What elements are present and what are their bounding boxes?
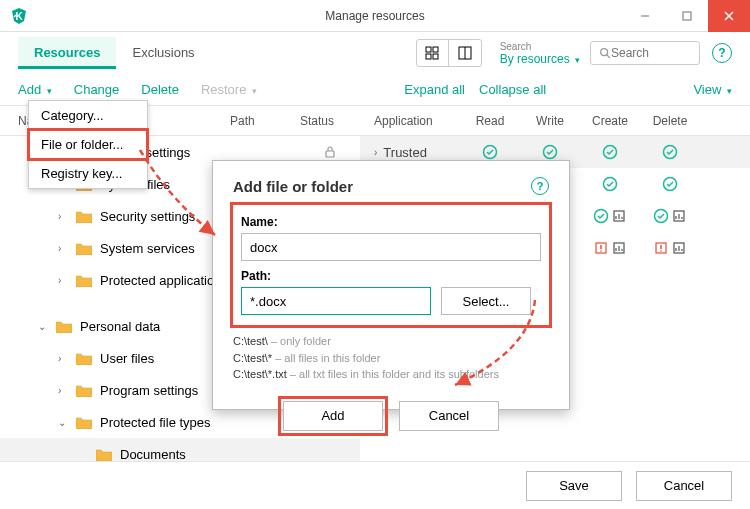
add-file-or-folder-dialog: Add file or folder ? Name: Path: Select.… — [212, 160, 570, 410]
add-menu: Category... File or folder... Registry k… — [28, 100, 148, 189]
dialog-add-button[interactable]: Add — [283, 401, 383, 431]
col-create: Create — [580, 114, 640, 128]
perm-create[interactable] — [580, 144, 640, 160]
search-label: Search — [500, 41, 574, 52]
change-button[interactable]: Change — [74, 82, 120, 97]
col-write: Write — [520, 114, 580, 128]
view-mode-split[interactable] — [449, 40, 481, 66]
perm-read[interactable] — [460, 144, 520, 160]
toolbar-tabs: Resources Exclusions Search By resources… — [0, 32, 750, 74]
col-application: Application — [360, 114, 460, 128]
search-box[interactable] — [590, 41, 700, 65]
maximize-button[interactable] — [666, 0, 708, 32]
dialog-help-button[interactable]: ? — [531, 177, 549, 195]
add-menu-file-or-folder[interactable]: File or folder... — [29, 130, 147, 159]
add-menu-registry-key[interactable]: Registry key... — [29, 159, 147, 188]
bottom-bar: Save Cancel — [0, 461, 750, 509]
view-dropdown[interactable]: View ▾ — [693, 82, 732, 97]
app-logo: K — [10, 7, 28, 25]
perm-delete[interactable] — [640, 240, 700, 256]
perm-delete[interactable] — [640, 144, 700, 160]
help-button[interactable]: ? — [712, 43, 732, 63]
dialog-cancel-button[interactable]: Cancel — [399, 401, 499, 431]
cancel-button[interactable]: Cancel — [636, 471, 732, 501]
path-input[interactable] — [241, 287, 431, 315]
save-button[interactable]: Save — [526, 471, 622, 501]
delete-button[interactable]: Delete — [141, 82, 179, 97]
expand-all-button[interactable]: Expand all — [404, 82, 465, 97]
minimize-button[interactable] — [624, 0, 666, 32]
window-title: Manage resources — [325, 9, 424, 23]
perm-delete[interactable] — [640, 208, 700, 224]
perm-delete[interactable] — [640, 176, 700, 192]
name-label: Name: — [241, 215, 541, 229]
titlebar: K Manage resources — [0, 0, 750, 32]
path-label: Path: — [241, 269, 541, 283]
name-input[interactable] — [241, 233, 541, 261]
col-status: Status — [300, 114, 360, 128]
app-group-trusted[interactable]: ›Trusted — [360, 145, 460, 160]
perm-create[interactable] — [580, 176, 640, 192]
svg-text:K: K — [15, 11, 23, 22]
lock-icon — [322, 144, 338, 160]
col-read: Read — [460, 114, 520, 128]
search-mode-dropdown[interactable]: By resources ▾ — [500, 52, 580, 66]
col-path: Path — [230, 114, 300, 128]
close-button[interactable] — [708, 0, 750, 32]
tab-exclusions[interactable]: Exclusions — [116, 37, 210, 69]
svg-rect-16 — [683, 12, 691, 20]
perm-create[interactable] — [580, 208, 640, 224]
add-dropdown[interactable]: Add ▾ — [18, 82, 52, 97]
restore-dropdown: Restore ▾ — [201, 82, 257, 97]
collapse-all-button[interactable]: Collapse all — [479, 82, 546, 97]
view-mode-grid[interactable] — [417, 40, 449, 66]
path-hints: C:\test\ – only folder C:\test\* – all f… — [233, 333, 549, 383]
add-menu-category[interactable]: Category... — [29, 101, 147, 130]
perm-create[interactable] — [580, 240, 640, 256]
dialog-title: Add file or folder — [233, 178, 353, 195]
select-button[interactable]: Select... — [441, 287, 531, 315]
perm-write[interactable] — [520, 144, 580, 160]
col-delete: Delete — [640, 114, 700, 128]
tab-resources[interactable]: Resources — [18, 37, 116, 69]
search-input[interactable] — [611, 46, 691, 60]
